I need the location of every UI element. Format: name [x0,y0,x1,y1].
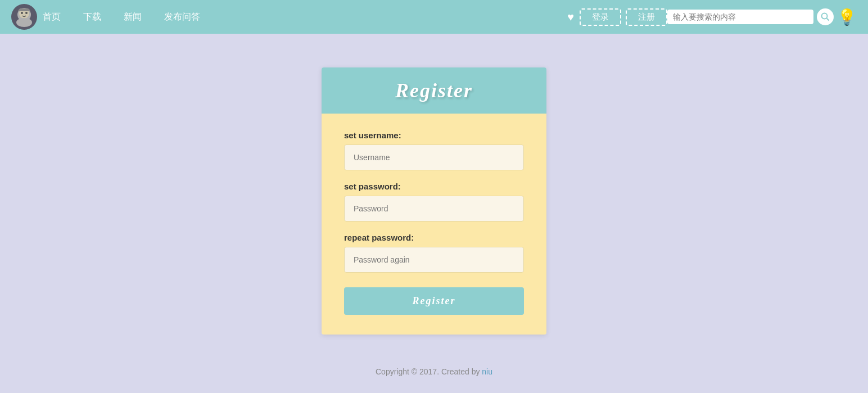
password-label: set password: [344,182,524,191]
login-button[interactable]: 登录 [580,8,621,26]
nav-qa[interactable]: 发布问答 [164,11,200,23]
svg-point-5 [822,13,828,19]
nav-links: 首页 下载 新闻 发布问答 [43,11,567,23]
heart-icon[interactable]: ♥ [567,11,574,24]
svg-line-6 [827,19,829,21]
username-label: set username: [344,130,524,140]
footer-link[interactable]: niu [482,367,492,376]
footer: Copyright © 2017. Created by niu [0,356,868,387]
bulb-icon: 💡 [837,8,857,26]
svg-point-4 [25,12,28,14]
navbar: 首页 下载 新闻 发布问答 ♥ 登录 注册 💡 [0,0,868,34]
repeat-password-label: repeat password: [344,233,524,242]
card-body: set username: set password: repeat passw… [322,114,546,335]
nav-home[interactable]: 首页 [43,11,61,23]
password-group: set password: [344,182,524,222]
card-header: Register [322,67,546,114]
register-nav-button[interactable]: 注册 [626,8,667,26]
nav-news[interactable]: 新闻 [124,11,142,23]
nav-auth-buttons: 登录 注册 [580,8,667,26]
nav-search-area: 💡 [667,8,857,26]
repeat-password-input[interactable] [344,247,524,273]
username-input[interactable] [344,144,524,170]
password-input[interactable] [344,196,524,222]
username-group: set username: [344,130,524,170]
search-input[interactable] [667,10,813,24]
register-card: Register set username: set password: rep… [322,67,546,335]
register-title: Register [395,79,473,102]
site-logo [11,4,37,30]
register-submit-button[interactable]: Register [344,287,524,315]
footer-text: Copyright © 2017. Created by [376,367,482,376]
svg-point-2 [16,18,32,27]
svg-point-3 [21,12,23,14]
search-icon[interactable] [817,8,834,25]
nav-download[interactable]: 下载 [83,11,101,23]
repeat-password-group: repeat password: [344,233,524,273]
main-content: Register set username: set password: rep… [0,34,868,357]
